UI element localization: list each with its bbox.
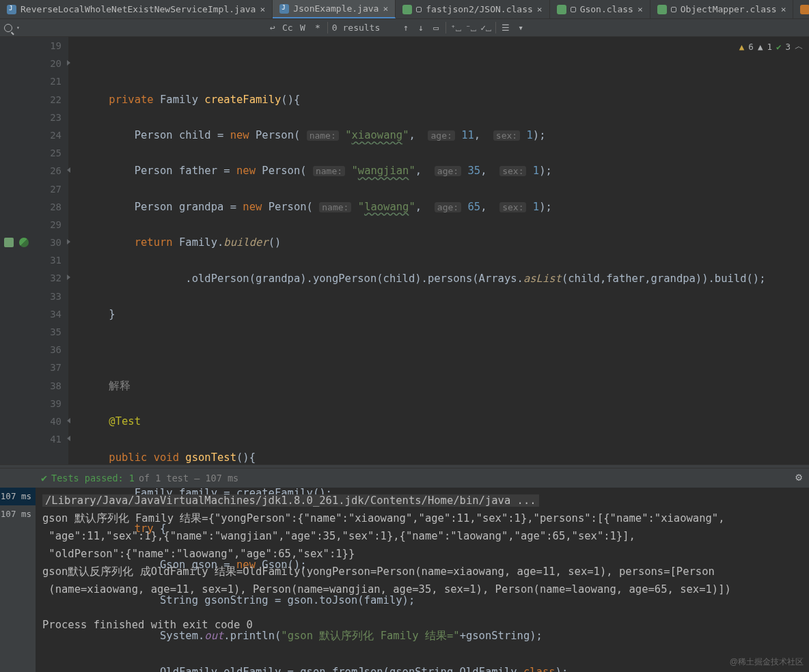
gear-icon[interactable]: ⚙ — [795, 471, 802, 484]
tab-reverselocal[interactable]: ReverseLocalWholeNetExistNewServiceImpl.… — [0, 0, 273, 18]
regex-button[interactable]: * — [312, 23, 323, 33]
check-icon: ✔ — [41, 472, 47, 484]
class-icon — [402, 5, 412, 14]
tests-total-label: of 1 test – 107 ms — [139, 473, 238, 484]
test-duration[interactable]: 107 ms — [0, 488, 36, 505]
select-all-button[interactable]: ▭ — [430, 23, 441, 33]
find-bar: ▾ ↩ Cc W * 0 results ↑ ↓ ▭ ⁺⎵ ⁻⎵ ✓⎵ ☰ ▾ — [0, 19, 809, 37]
chevron-down-icon[interactable]: ▾ — [16, 25, 20, 31]
console-line: Process finished with exit code 0 — [42, 619, 253, 631]
tab-pom[interactable]: pom.xml (pr… — [793, 0, 809, 18]
close-icon[interactable]: × — [537, 4, 543, 14]
tab-gson[interactable]: Gson.class× — [550, 0, 650, 18]
code-editor[interactable]: 19 20 21 22 23 24 25 26 27 28 29 30 31 3… — [0, 37, 809, 464]
gutter[interactable]: 19 20 21 22 23 24 25 26 27 28 29 30 31 3… — [0, 37, 68, 464]
java-icon — [7, 5, 16, 14]
fold-end-icon[interactable] — [66, 418, 72, 425]
weak-warning-icon: ▲ — [758, 42, 763, 52]
line-number: 34 — [0, 305, 61, 323]
tests-passed-label: Tests passed: 1 — [51, 473, 135, 484]
line-number: 41 — [0, 430, 61, 448]
run-tool-window: 107 ms 107 ms /Library/Java/JavaVirtualM… — [0, 488, 809, 672]
warning-icon: ▲ — [739, 42, 745, 52]
class-icon — [557, 5, 566, 14]
line-number: 27 — [0, 180, 61, 198]
remove-selection-icon[interactable]: ⁻⎵ — [465, 23, 476, 33]
line-number: 30 — [0, 234, 61, 251]
fold-end-icon[interactable] — [66, 436, 72, 443]
select-occurrences-icon[interactable]: ✓⎵ — [480, 23, 491, 33]
tab-fastjson[interactable]: fastjson2/JSON.class× — [396, 0, 549, 18]
splitter[interactable]: ⚙ — [0, 464, 809, 468]
typo-icon: ✔ — [776, 42, 782, 52]
class-icon — [657, 5, 667, 14]
lock-icon — [416, 7, 422, 12]
line-number: 24 — [0, 126, 61, 144]
line-number: 32 — [0, 269, 61, 287]
add-selection-icon[interactable]: ⁺⎵ — [450, 23, 461, 33]
line-number: 38 — [0, 377, 61, 395]
xml-icon — [800, 5, 809, 14]
fold-end-icon[interactable] — [66, 167, 72, 174]
results-count: 0 results — [332, 23, 380, 33]
line-number: 25 — [0, 144, 61, 162]
line-number: 22 — [0, 91, 61, 109]
line-number: 29 — [0, 216, 61, 234]
line-number: 26 — [0, 162, 61, 180]
prev-match-button[interactable]: ↑ — [400, 23, 411, 33]
close-icon[interactable]: × — [260, 4, 265, 14]
close-icon[interactable]: × — [637, 4, 643, 14]
close-icon[interactable]: × — [383, 3, 388, 14]
line-number: 20 — [0, 55, 61, 72]
line-number: 39 — [0, 395, 61, 412]
inspections-widget[interactable]: ▲6 ▲1 ✔3 ︿ — [739, 41, 804, 53]
fold-icon[interactable] — [66, 60, 72, 67]
newline-icon[interactable]: ↩ — [267, 23, 278, 33]
test-duration[interactable]: 107 ms — [0, 505, 36, 523]
console-output[interactable]: /Library/Java/JavaVirtualMachines/jdk1.8… — [36, 488, 809, 672]
console-line: gson 默认序列化 Family 结果={"yongPerson":{"nam… — [42, 512, 725, 560]
editor-tabs: ReverseLocalWholeNetExistNewServiceImpl.… — [0, 0, 809, 19]
line-number: 31 — [0, 251, 61, 269]
options-icon[interactable]: ☰ — [500, 23, 511, 33]
filter-icon[interactable]: ▾ — [515, 23, 526, 33]
java-icon — [279, 4, 289, 14]
line-number: 21 — [0, 72, 61, 90]
line-number: 19 — [0, 37, 61, 55]
line-number: 40 — [0, 412, 61, 430]
search-icon[interactable] — [4, 24, 12, 32]
next-match-button[interactable]: ↓ — [415, 23, 426, 33]
test-tree[interactable]: 107 ms 107 ms — [0, 488, 36, 672]
code-area[interactable]: private Family createFamily(){ Person ch… — [68, 37, 766, 464]
lock-icon — [671, 7, 676, 12]
watermark: @稀土掘金技术社区 — [730, 656, 804, 668]
console-line: gson默认反序列化 成OldFamily 结果=OldFamily(yongP… — [42, 565, 731, 596]
line-number: 35 — [0, 323, 61, 341]
command-line: /Library/Java/JavaVirtualMachines/jdk1.8… — [42, 494, 539, 507]
line-number: 28 — [0, 198, 61, 216]
tab-objectmapper[interactable]: ObjectMapper.class× — [650, 0, 794, 18]
words-button[interactable]: W — [297, 23, 308, 33]
lock-icon — [571, 7, 576, 12]
match-case-button[interactable]: Cc — [282, 23, 293, 33]
run-test-icon[interactable] — [19, 238, 29, 247]
tab-jsonexample[interactable]: JsonExample.java× — [273, 0, 396, 18]
fold-icon[interactable] — [66, 239, 72, 246]
inlay-hint: 解释 — [109, 380, 131, 392]
close-icon[interactable]: × — [781, 4, 786, 14]
chevron-up-icon[interactable]: ︿ — [795, 41, 804, 53]
line-number: 33 — [0, 288, 61, 305]
line-number: 37 — [0, 359, 61, 376]
fold-icon[interactable] — [66, 275, 72, 281]
line-number: 36 — [0, 341, 61, 359]
line-number: 23 — [0, 109, 61, 126]
diff-marker-icon[interactable] — [4, 238, 14, 247]
